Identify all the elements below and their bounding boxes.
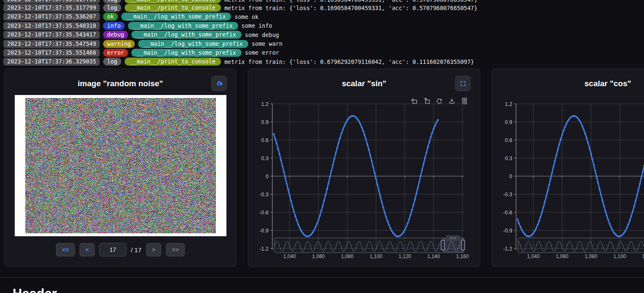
module-badge: __main__/print_to_console (125, 4, 221, 12)
chart-card-cos: scalar "cos" 1.20.90.60.30-0.3-0.6-0.9-1… (492, 69, 644, 267)
sin-chart: 1.20.90.60.30-0.3-0.6-0.9-1.21,0401,0601… (248, 69, 481, 267)
log-message: some error (245, 49, 279, 56)
log-row: 2023-12-10T17:37:35.547549warning__main_… (3, 40, 644, 48)
page-total: / 17 (131, 246, 141, 253)
log-message: some ok (234, 13, 258, 20)
pagination: << < / 17 > >> (5, 243, 236, 256)
y-axis-label: 0.3 (261, 156, 269, 161)
log-message: some debug (245, 32, 279, 38)
x-axis-label: 1,160 (456, 253, 469, 259)
y-axis-label: 0.6 (261, 137, 269, 143)
log-section: 2023-12-10T17:37:35.317799log__main__/pr… (3, 0, 644, 67)
footer-divider (0, 277, 644, 278)
x-axis-label: 1,080 (341, 253, 354, 259)
log-row: 2023-12-10T17:37:35.551460error__main__/… (3, 49, 644, 57)
cloud-download-icon (215, 79, 224, 88)
y-axis-label: -0.3 (259, 192, 269, 198)
y-axis-label: -0.9 (259, 228, 269, 234)
log-row: 2023-12-10T17:37:35.317799log__main__/pr… (3, 0, 644, 3)
timestamp-chip: 2023-12-10T17:37:35.543417 (3, 31, 100, 39)
y-axis-label: -0.6 (259, 210, 269, 216)
footer-heading: Header (13, 286, 57, 293)
module-badge: __main__/log_with_some_prefix (131, 49, 242, 57)
datazoom-handle[interactable] (461, 240, 465, 250)
x-axis-label: 1,100 (613, 253, 626, 259)
log-level-badge: info (103, 22, 125, 30)
log-level-badge: ok (103, 13, 117, 21)
y-axis-label: 1.2 (261, 101, 269, 107)
y-axis-label: -0.6 (503, 210, 512, 216)
x-axis-label: 1,040 (283, 253, 296, 259)
y-axis-label: 0.3 (505, 156, 512, 161)
image-frame (15, 95, 226, 236)
log-level-badge: log (103, 4, 121, 12)
x-axis-label: 1,060 (556, 253, 568, 259)
y-axis-label: -0.9 (503, 228, 512, 234)
page-input[interactable] (99, 243, 126, 256)
y-axis-label: 0.9 (505, 119, 512, 125)
module-badge: __main__/log_with_some_prefix (131, 31, 242, 39)
y-axis-label: -0.3 (503, 192, 512, 198)
log-message: metrix from train: {'loss': 0.1690584700… (224, 0, 477, 3)
log-row: 2023-12-10T17:37:35.536207ok__main__/log… (3, 13, 644, 21)
image-card: image "random noise" << < / 17 > >> (4, 69, 237, 267)
module-badge: __main__/print_to_console (125, 58, 221, 66)
x-axis-label: 1,120 (642, 253, 644, 259)
y-axis-label: 0.6 (505, 137, 512, 143)
log-row: 2023-12-10T17:37:35.540310info__main__/l… (3, 22, 644, 30)
timestamp-chip: 2023-12-10T17:37:35.547549 (3, 40, 100, 48)
noise-image (25, 98, 216, 233)
y-axis-label: 1.2 (505, 101, 512, 107)
x-axis-label: 1,080 (585, 253, 597, 259)
log-message: some warn (252, 40, 282, 47)
y-axis-label: 0 (509, 174, 512, 179)
timestamp-chip: 2023-12-10T17:37:35.317799 (3, 4, 100, 12)
chart-card-sin: scalar "sin" 1.20.90.60.30-0.3-0.6-0.9-1… (248, 69, 480, 267)
module-badge: __main__/log_with_some_prefix (138, 40, 248, 48)
log-message: some info (242, 22, 272, 29)
last-page-button[interactable]: >> (166, 243, 184, 256)
log-row: 2023-12-10T17:37:35.317799log__main__/pr… (3, 4, 644, 12)
timestamp-chip: 2023-12-10T17:37:35.551460 (3, 49, 100, 57)
log-level-badge: debug (103, 31, 128, 39)
log-level-badge: log (103, 0, 121, 3)
module-badge: __main__/log_with_some_prefix (121, 13, 232, 21)
datazoom-handle[interactable] (441, 240, 444, 250)
y-axis-label: 0 (266, 174, 269, 179)
image-card-title: image "random noise" (5, 79, 236, 88)
timestamp-chip: 2023-12-10T17:37:35.317799 (3, 0, 100, 3)
log-level-badge: error (103, 49, 128, 57)
cards-row: image "random noise" << < / 17 > >> scal… (4, 69, 644, 267)
next-page-button[interactable]: > (146, 243, 161, 256)
prev-page-button[interactable]: < (80, 243, 95, 256)
download-button[interactable] (211, 76, 227, 91)
module-badge: __main__/print_to_console (125, 0, 221, 3)
y-axis-label: 0.9 (261, 119, 269, 125)
y-axis-label: -1.2 (259, 246, 269, 252)
log-row: 2023-12-10T17:37:36.329035log__main__/pr… (3, 58, 644, 66)
x-axis-label: 1,060 (312, 253, 325, 259)
x-axis-label: 1,040 (527, 253, 540, 259)
timestamp-chip: 2023-12-10T17:37:35.540310 (3, 22, 100, 30)
log-level-badge: log (103, 58, 121, 66)
cos-chart: 1.20.90.60.30-0.3-0.6-0.9-1.21,0401,0601… (492, 69, 644, 267)
timestamp-chip: 2023-12-10T17:37:35.536207 (3, 13, 100, 21)
x-axis-label: 1,100 (370, 253, 382, 259)
x-axis-label: 1,120 (399, 253, 411, 259)
module-badge: __main__/log_with_some_prefix (128, 22, 238, 30)
log-message: metrix from train: {'loss': 0.1690584700… (224, 5, 477, 11)
x-axis-label: 1,140 (427, 253, 440, 259)
timestamp-chip: 2023-12-10T17:37:36.329035 (3, 58, 100, 66)
log-message: metrix from train: {'loss': 0.6796292079… (224, 58, 474, 65)
log-row: 2023-12-10T17:37:35.543417debug__main__/… (3, 31, 644, 39)
log-partial-row: 2023-12-10T17:37:35.317799log__main__/pr… (3, 0, 644, 4)
datazoom-slider[interactable] (518, 238, 644, 253)
y-axis-label: -1.2 (503, 246, 512, 252)
first-page-button[interactable]: << (56, 243, 75, 256)
log-level-badge: warning (103, 40, 135, 48)
